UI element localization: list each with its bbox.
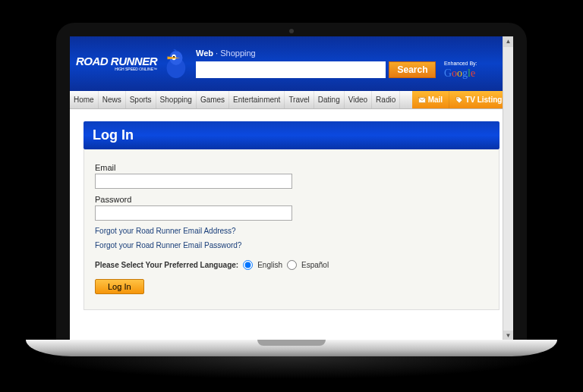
site-header: ROAD RUNNER HIGH SPEED ONLINE™ Web · Sho… (70, 36, 513, 91)
forgot-email-link[interactable]: Forgot your Road Runner Email Address? (95, 227, 488, 235)
laptop-notch (257, 340, 326, 346)
logo[interactable]: ROAD RUNNER HIGH SPEED ONLINE™ (76, 47, 190, 80)
nav-travel[interactable]: Travel (285, 91, 314, 108)
nav-games[interactable]: Games (197, 91, 229, 108)
email-label: Email (95, 163, 488, 172)
forgot-password-link[interactable]: Forgot your Road Runner Email Password? (95, 241, 488, 249)
main-nav: Home News Sports Shopping Games Entertai… (70, 91, 513, 109)
email-field[interactable] (95, 174, 292, 189)
nav-video[interactable]: Video (345, 91, 372, 108)
nav-shopping[interactable]: Shopping (156, 91, 197, 108)
tag-icon (455, 96, 463, 104)
logo-text: ROAD RUNNER (76, 56, 157, 67)
login-form: Email Password Forgot your Road Runner E… (84, 149, 499, 310)
nav-entertainment[interactable]: Entertainment (229, 91, 285, 108)
search-tabs: Web · Shopping (196, 49, 507, 58)
lang-english-label: English (257, 261, 282, 269)
mail-icon (418, 96, 426, 104)
svg-point-5 (457, 98, 459, 99)
search-tab-shopping[interactable]: Shopping (220, 49, 256, 58)
enhanced-by: Enhanced By: Google (444, 61, 477, 80)
vertical-scrollbar[interactable]: ▲ ▼ (503, 36, 513, 341)
google-logo: Google (444, 67, 475, 79)
lang-spanish-radio[interactable] (287, 260, 297, 270)
laptop-reflection (33, 356, 550, 379)
login-title: Log In (84, 121, 499, 149)
roadrunner-mascot-icon (160, 47, 189, 80)
search-button[interactable]: Search (389, 61, 436, 78)
scroll-up-button[interactable]: ▲ (503, 36, 513, 47)
nav-dating[interactable]: Dating (314, 91, 345, 108)
nav-news[interactable]: News (99, 91, 126, 108)
nav-radio[interactable]: Radio (372, 91, 400, 108)
nav-home[interactable]: Home (70, 91, 99, 108)
nav-sports[interactable]: Sports (126, 91, 156, 108)
laptop-camera (289, 29, 294, 33)
search-input[interactable] (196, 61, 386, 78)
search-tab-web[interactable]: Web (196, 49, 213, 58)
password-label: Password (95, 195, 488, 204)
lang-english-radio[interactable] (243, 260, 253, 270)
lang-spanish-label: Español (301, 261, 329, 269)
nav-mail[interactable]: Mail (412, 91, 449, 108)
language-prompt: Please Select Your Preferred Language: (95, 261, 238, 269)
password-field[interactable] (95, 205, 292, 221)
laptop-base (26, 340, 557, 356)
login-button[interactable]: Log In (95, 279, 144, 294)
